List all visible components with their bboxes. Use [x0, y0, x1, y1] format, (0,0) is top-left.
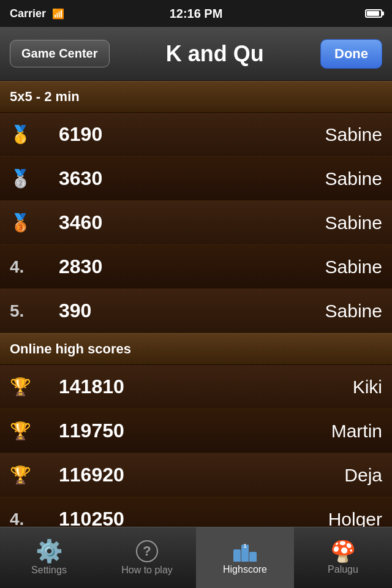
score-value: 110250 — [47, 508, 328, 527]
score-value: 3460 — [47, 211, 325, 234]
score-row: 🏆 116920 Deja — [0, 453, 392, 497]
score-value: 141810 — [47, 375, 353, 398]
score-row: 🏆 141810 Kiki — [0, 365, 392, 409]
score-row: 🥈 3630 Sabine — [0, 157, 392, 201]
nav-bar: Game Center K and Qu Done — [0, 27, 392, 81]
rank-cell: 5. — [10, 301, 47, 321]
local-score-list: 🥇 6190 Sabine 🥈 3630 Sabine 🥉 3460 Sabin… — [0, 113, 392, 333]
rank-cell: 🥇 — [10, 124, 47, 145]
tab-bar: ⚙️ Settings ? How to play Highscore 🍄 Pa… — [0, 527, 392, 588]
done-button[interactable]: Done — [320, 39, 382, 69]
tab-highscore-label: Highscore — [223, 564, 267, 575]
rank-cell: 🥉 — [10, 213, 47, 233]
score-name: Sabine — [325, 257, 382, 277]
score-row: 4. 2830 Sabine — [0, 245, 392, 289]
rank-cell: 🏆 — [10, 377, 47, 397]
tab-settings-label: Settings — [31, 565, 67, 576]
online-section-header: Online high scores — [0, 333, 392, 365]
battery-icon — [365, 9, 382, 18]
score-name: Sabine — [325, 213, 382, 233]
carrier-label: Carrier — [10, 7, 46, 20]
gear-icon: ⚙️ — [36, 540, 63, 562]
podium-icon — [233, 541, 257, 562]
score-value: 2830 — [47, 255, 325, 278]
rank-cell: 🥈 — [10, 168, 47, 189]
rank-cell: 4. — [10, 510, 47, 527]
rank-cell: 4. — [10, 257, 47, 277]
tab-palugu-label: Palugu — [328, 564, 358, 575]
score-name: Martin — [331, 421, 382, 442]
score-name: Holger — [328, 509, 382, 527]
status-bar: Carrier 📶 12:16 PM — [0, 0, 392, 27]
tab-settings[interactable]: ⚙️ Settings — [0, 527, 98, 588]
score-row: 🥇 6190 Sabine — [0, 113, 392, 157]
score-value: 116920 — [47, 464, 344, 486]
nav-title: K and Qu — [166, 41, 264, 67]
palugu-icon: 🍄 — [330, 541, 356, 562]
tab-palugu[interactable]: 🍄 Palugu — [294, 527, 392, 588]
score-name: Deja — [344, 465, 382, 486]
wifi-icon: 📶 — [52, 8, 64, 20]
game-center-button[interactable]: Game Center — [10, 40, 110, 67]
score-row: 🏆 119750 Martin — [0, 409, 392, 453]
score-value: 6190 — [47, 123, 325, 146]
score-value: 119750 — [47, 420, 331, 442]
local-section-header: 5x5 - 2 min — [0, 81, 392, 113]
score-row: 🥉 3460 Sabine — [0, 201, 392, 245]
tab-highscore[interactable]: Highscore — [196, 527, 294, 588]
score-row: 4. 110250 Holger — [0, 497, 392, 527]
rank-cell: 🏆 — [10, 465, 47, 485]
online-score-list: 🏆 141810 Kiki 🏆 119750 Martin 🏆 116920 D… — [0, 365, 392, 527]
score-content: 5x5 - 2 min 🥇 6190 Sabine 🥈 3630 Sabine … — [0, 81, 392, 527]
tab-howtoplay[interactable]: ? How to play — [98, 527, 196, 588]
score-name: Sabine — [325, 168, 382, 189]
tab-howtoplay-label: How to play — [121, 565, 173, 576]
score-row: 5. 390 Sabine — [0, 289, 392, 333]
score-value: 3630 — [47, 167, 325, 190]
score-name: Kiki — [353, 377, 382, 398]
question-icon: ? — [136, 540, 158, 562]
score-name: Sabine — [325, 301, 382, 322]
score-value: 390 — [47, 300, 325, 322]
score-name: Sabine — [325, 124, 382, 145]
time-label: 12:16 PM — [170, 7, 223, 21]
rank-cell: 🏆 — [10, 421, 47, 441]
